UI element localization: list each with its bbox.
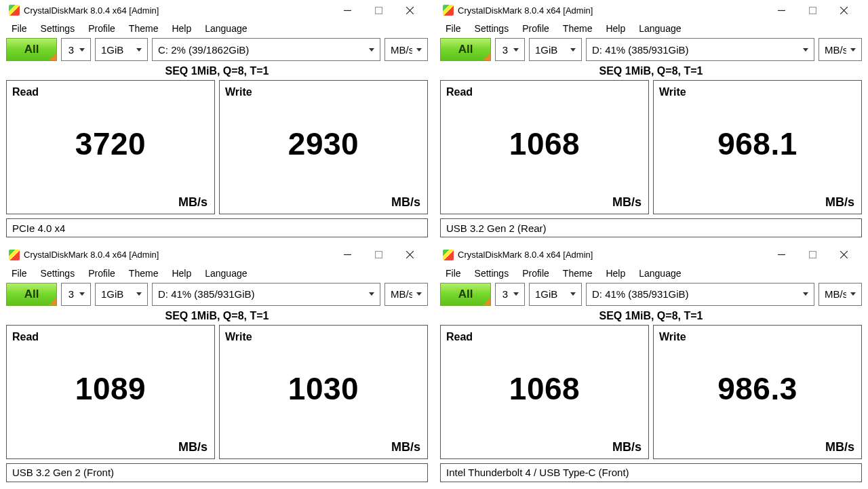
toolbar: All 3 1GiB D: 41% (385/931GiB) MB/s [6, 283, 428, 306]
menu-language[interactable]: Language [633, 22, 686, 35]
read-title: Read [446, 331, 643, 343]
write-title: Write [659, 331, 856, 343]
menu-profile[interactable]: Profile [517, 267, 555, 280]
comment-box[interactable]: USB 3.2 Gen 2 (Rear) [440, 218, 862, 237]
unit-select[interactable]: MB/s [818, 283, 862, 306]
comment-box[interactable]: USB 3.2 Gen 2 (Front) [6, 463, 428, 482]
minimize-button[interactable] [332, 0, 363, 20]
run-all-button[interactable]: All [6, 38, 57, 61]
unit-select[interactable]: MB/s [384, 283, 428, 306]
results-row: Read 1089 MB/s Write 1030 MB/s [6, 325, 428, 459]
menu-profile[interactable]: Profile [517, 22, 555, 35]
write-panel: Write 986.3 MB/s [653, 325, 862, 459]
read-speed: 3720 [7, 126, 214, 163]
write-speed: 2930 [220, 126, 427, 163]
menu-language[interactable]: Language [633, 267, 686, 280]
restore-button[interactable] [363, 0, 394, 20]
toolbar: All 3 1GiB D: 41% (385/931GiB) MB/s [440, 38, 862, 61]
menu-profile[interactable]: Profile [83, 22, 121, 35]
menu-settings[interactable]: Settings [469, 22, 515, 35]
write-panel: Write 2930 MB/s [219, 80, 428, 214]
menubar: File Settings Profile Theme Help Languag… [6, 265, 428, 281]
chevron-down-icon [79, 292, 85, 296]
menu-file[interactable]: File [440, 22, 467, 35]
close-button[interactable] [394, 0, 425, 20]
chevron-down-icon [136, 292, 142, 296]
cdm-window: CrystalDiskMark 8.0.4 x64 [Admin] File S… [434, 245, 868, 490]
menu-profile[interactable]: Profile [83, 267, 121, 280]
minimize-button[interactable] [332, 245, 363, 265]
results-row: Read 1068 MB/s Write 968.1 MB/s [440, 80, 862, 214]
menu-help[interactable]: Help [166, 22, 197, 35]
menubar: File Settings Profile Theme Help Languag… [440, 265, 862, 281]
size-select[interactable]: 1GiB [95, 38, 148, 61]
menu-file[interactable]: File [440, 267, 467, 280]
chevron-down-icon [136, 48, 142, 52]
write-unit: MB/s [825, 440, 854, 454]
menu-help[interactable]: Help [600, 22, 631, 35]
run-all-button[interactable]: All [440, 38, 491, 61]
write-title: Write [225, 86, 422, 98]
menu-theme[interactable]: Theme [123, 267, 164, 280]
run-all-button[interactable]: All [440, 283, 491, 306]
menu-theme[interactable]: Theme [123, 22, 164, 35]
close-button[interactable] [828, 0, 859, 20]
runs-select[interactable]: 3 [495, 283, 525, 306]
write-title: Write [225, 331, 422, 343]
window-title: CrystalDiskMark 8.0.4 x64 [Admin] [458, 5, 593, 16]
comment-box[interactable]: PCIe 4.0 x4 [6, 218, 428, 237]
comment-box[interactable]: Intel Thunderbolt 4 / USB Type-C (Front) [440, 463, 862, 482]
menu-settings[interactable]: Settings [35, 22, 81, 35]
minimize-button[interactable] [766, 245, 797, 265]
menu-file[interactable]: File [6, 267, 33, 280]
read-panel: Read 1068 MB/s [440, 325, 649, 459]
menubar: File Settings Profile Theme Help Languag… [6, 20, 428, 37]
chevron-down-icon [513, 48, 519, 52]
unit-select[interactable]: MB/s [384, 38, 428, 61]
restore-button[interactable] [797, 245, 828, 265]
read-panel: Read 1068 MB/s [440, 80, 649, 214]
read-panel: Read 3720 MB/s [6, 80, 215, 214]
drive-select[interactable]: D: 41% (385/931GiB) [586, 283, 814, 306]
runs-select[interactable]: 3 [61, 38, 91, 61]
size-select[interactable]: 1GiB [529, 283, 582, 306]
read-speed: 1068 [441, 370, 648, 407]
minimize-button[interactable] [766, 0, 797, 20]
close-button[interactable] [394, 245, 425, 265]
window-grid: CrystalDiskMark 8.0.4 x64 [Admin] File S… [0, 0, 868, 489]
cdm-window: CrystalDiskMark 8.0.4 x64 [Admin] File S… [434, 0, 868, 245]
menu-settings[interactable]: Settings [469, 267, 515, 280]
menu-theme[interactable]: Theme [557, 267, 598, 280]
window-title: CrystalDiskMark 8.0.4 x64 [Admin] [458, 250, 593, 260]
drive-select[interactable]: C: 2% (39/1862GiB) [152, 38, 380, 61]
run-all-button[interactable]: All [6, 283, 57, 306]
restore-button[interactable] [797, 0, 828, 20]
results-row: Read 3720 MB/s Write 2930 MB/s [6, 80, 428, 214]
unit-select[interactable]: MB/s [818, 38, 862, 61]
read-unit: MB/s [612, 440, 642, 454]
menu-help[interactable]: Help [600, 267, 631, 280]
menu-theme[interactable]: Theme [557, 22, 598, 35]
test-label: SEQ 1MiB, Q=8, T=1 [440, 306, 862, 325]
drive-select[interactable]: D: 41% (385/931GiB) [152, 283, 380, 306]
menu-settings[interactable]: Settings [35, 267, 81, 280]
read-speed: 1068 [441, 126, 648, 163]
chevron-down-icon [513, 292, 519, 296]
menu-language[interactable]: Language [199, 22, 252, 35]
menu-language[interactable]: Language [199, 267, 252, 280]
drive-select[interactable]: D: 41% (385/931GiB) [586, 38, 814, 61]
app-icon [443, 5, 454, 16]
runs-select[interactable]: 3 [495, 38, 525, 61]
test-label: SEQ 1MiB, Q=8, T=1 [440, 61, 862, 80]
write-panel: Write 1030 MB/s [219, 325, 428, 459]
size-select[interactable]: 1GiB [95, 283, 148, 306]
size-select[interactable]: 1GiB [529, 38, 582, 61]
chevron-down-icon [850, 292, 856, 296]
restore-button[interactable] [363, 245, 394, 265]
menu-help[interactable]: Help [166, 267, 197, 280]
runs-select[interactable]: 3 [61, 283, 91, 306]
titlebar: CrystalDiskMark 8.0.4 x64 [Admin] [440, 245, 862, 265]
window-title: CrystalDiskMark 8.0.4 x64 [Admin] [24, 5, 159, 16]
close-button[interactable] [828, 245, 859, 265]
menu-file[interactable]: File [6, 22, 33, 35]
